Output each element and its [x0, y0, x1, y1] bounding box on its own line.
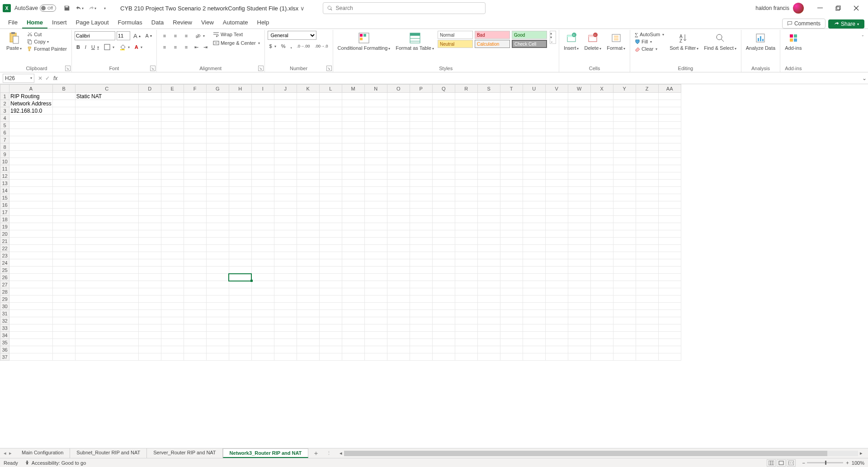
- cell[interactable]: [364, 136, 387, 143]
- row-header[interactable]: 29: [0, 295, 9, 303]
- cell[interactable]: [206, 143, 229, 151]
- cell[interactable]: [364, 346, 387, 353]
- cell[interactable]: [364, 245, 387, 252]
- cell[interactable]: [75, 194, 138, 201]
- cell[interactable]: [9, 353, 53, 361]
- cell[interactable]: [251, 281, 274, 288]
- cell[interactable]: [477, 93, 500, 100]
- cell[interactable]: [206, 194, 229, 201]
- cell[interactable]: [568, 353, 590, 361]
- format-painter-button[interactable]: Format Painter: [25, 45, 69, 52]
- cell[interactable]: [613, 172, 636, 180]
- cell[interactable]: [75, 238, 138, 245]
- cell[interactable]: [432, 201, 455, 209]
- cell[interactable]: [545, 216, 568, 223]
- cell[interactable]: [342, 122, 364, 129]
- cell[interactable]: [658, 93, 681, 100]
- cell[interactable]: [251, 194, 274, 201]
- cell[interactable]: [432, 129, 455, 136]
- cell[interactable]: [545, 136, 568, 143]
- cell[interactable]: [75, 252, 138, 259]
- cell[interactable]: [138, 223, 161, 230]
- cell[interactable]: [297, 143, 319, 151]
- cell[interactable]: [342, 165, 364, 172]
- cell[interactable]: [138, 172, 161, 180]
- cell[interactable]: [206, 172, 229, 180]
- cell[interactable]: [75, 267, 138, 274]
- cell[interactable]: [410, 317, 432, 324]
- cell[interactable]: [455, 136, 477, 143]
- cell[interactable]: [184, 252, 206, 259]
- cell[interactable]: [161, 172, 184, 180]
- cell[interactable]: [658, 245, 681, 252]
- cell[interactable]: [206, 158, 229, 165]
- cell[interactable]: [9, 223, 53, 230]
- cell[interactable]: [364, 310, 387, 317]
- cell[interactable]: [206, 288, 229, 295]
- cell[interactable]: [52, 201, 75, 209]
- cell[interactable]: [364, 288, 387, 295]
- cell[interactable]: [410, 165, 432, 172]
- cell[interactable]: [229, 216, 251, 223]
- column-header[interactable]: H: [229, 85, 251, 93]
- cell[interactable]: [387, 158, 410, 165]
- column-header[interactable]: D: [138, 85, 161, 93]
- cell[interactable]: [636, 187, 658, 194]
- cell[interactable]: [523, 317, 545, 324]
- cell[interactable]: [297, 281, 319, 288]
- cell[interactable]: [590, 259, 613, 267]
- cell[interactable]: [658, 267, 681, 274]
- cell[interactable]: [9, 158, 53, 165]
- spreadsheet-grid[interactable]: ABCDEFGHIJKLMNOPQRSTUVWXYZAA1RIP Routing…: [0, 84, 868, 448]
- cell[interactable]: [319, 129, 342, 136]
- cell[interactable]: [297, 245, 319, 252]
- cell[interactable]: [523, 346, 545, 353]
- cell[interactable]: [432, 267, 455, 274]
- cell[interactable]: [455, 295, 477, 303]
- cell[interactable]: [658, 122, 681, 129]
- cell[interactable]: [545, 303, 568, 310]
- cell[interactable]: [75, 143, 138, 151]
- cell[interactable]: [477, 172, 500, 180]
- qat-customize-icon[interactable]: ▾: [99, 3, 110, 14]
- cell[interactable]: [500, 288, 523, 295]
- cell[interactable]: [568, 129, 590, 136]
- cell[interactable]: [206, 230, 229, 238]
- cell[interactable]: [613, 209, 636, 216]
- cell[interactable]: [52, 129, 75, 136]
- cell[interactable]: [590, 310, 613, 317]
- cell[interactable]: [274, 245, 297, 252]
- cell[interactable]: [523, 129, 545, 136]
- cell[interactable]: [410, 223, 432, 230]
- tab-review[interactable]: Review: [168, 17, 197, 29]
- cell[interactable]: [545, 165, 568, 172]
- cell[interactable]: [75, 136, 138, 143]
- cell[interactable]: [342, 129, 364, 136]
- cell[interactable]: [75, 100, 138, 107]
- cell[interactable]: [410, 180, 432, 187]
- cell[interactable]: [636, 317, 658, 324]
- fill-color-button[interactable]: [118, 43, 132, 51]
- cell[interactable]: [251, 158, 274, 165]
- cell[interactable]: [184, 187, 206, 194]
- sheet-tab[interactable]: Subnet_Router RIP and NAT: [70, 448, 147, 458]
- cell[interactable]: [251, 245, 274, 252]
- cell[interactable]: [206, 165, 229, 172]
- cell[interactable]: [568, 317, 590, 324]
- cell[interactable]: [523, 209, 545, 216]
- cell[interactable]: [477, 151, 500, 158]
- cell[interactable]: [523, 151, 545, 158]
- cell[interactable]: [387, 230, 410, 238]
- cell[interactable]: [364, 114, 387, 122]
- row-header[interactable]: 12: [0, 172, 9, 180]
- cell[interactable]: [319, 122, 342, 129]
- cell[interactable]: [184, 129, 206, 136]
- cell[interactable]: [590, 129, 613, 136]
- cell[interactable]: [658, 143, 681, 151]
- cell[interactable]: [138, 346, 161, 353]
- cell[interactable]: [658, 194, 681, 201]
- cell[interactable]: [500, 93, 523, 100]
- cell[interactable]: [184, 324, 206, 332]
- column-header[interactable]: O: [387, 85, 410, 93]
- row-header[interactable]: 20: [0, 230, 9, 238]
